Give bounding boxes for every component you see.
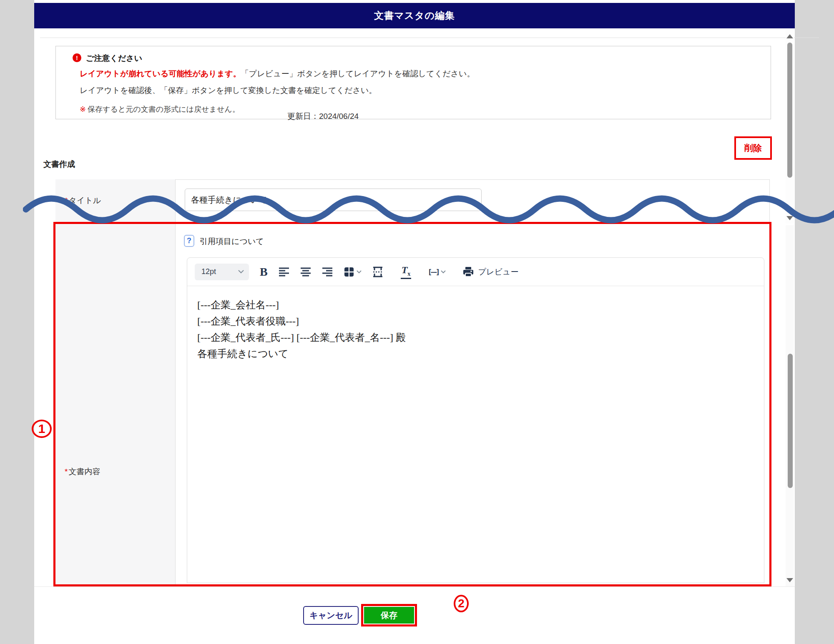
chevron-down-icon: [357, 270, 362, 274]
editor-line: [---企業_代表者_氏---] [---企業_代表者_名---] 殿: [197, 330, 754, 346]
kome-mark: ※: [80, 105, 86, 113]
editor-line: 各種手続きについて: [197, 346, 754, 362]
table-icon: [344, 267, 354, 277]
scroll-down-arrow[interactable]: [786, 578, 793, 582]
notice-warning-rest: 「プレビュー」ボタンを押してレイアウトを確認してください。: [241, 69, 475, 78]
editor-toolbar: 12pt B: [187, 258, 764, 286]
title-input[interactable]: [185, 189, 482, 211]
notice-title: ご注意ください: [86, 53, 142, 64]
editor-content-area[interactable]: [---企業_会社名---] [---企業_代表者役職---] [---企業_代…: [187, 286, 764, 373]
merge-tag-label: [---]: [429, 268, 438, 276]
notice-footnote: ※保存すると元の文書の形式には戻せません。: [80, 104, 240, 114]
notice-footnote-text: 保存すると元の文書の形式には戻せません。: [88, 105, 240, 113]
annotation-step-2: 2: [454, 595, 469, 612]
annotation-step-1: 1: [32, 420, 52, 438]
section-title-document-create: 文書作成: [43, 159, 75, 170]
chevron-down-icon: [441, 270, 446, 274]
updated-date: 更新日：2024/06/24: [287, 111, 359, 122]
quoted-items-help-label: 引用項目について: [200, 236, 264, 247]
form-row-divider: [55, 223, 770, 224]
caution-notice-box: ! ご注意ください レイアウトが崩れている可能性があります。「プレビュー」ボタン…: [55, 46, 771, 119]
clear-formatting-icon: Tx: [401, 264, 412, 279]
page-break-icon: [372, 266, 383, 278]
cancel-button[interactable]: キャンセル: [303, 606, 359, 625]
scroll-up-arrow[interactable]: [786, 34, 793, 38]
align-left-button[interactable]: [279, 267, 289, 277]
edit-document-master-dialog: 文書マスタの編集 ! ご注意ください レイアウトが崩れている可能性があります。「…: [34, 0, 795, 644]
form-label-column: [55, 179, 176, 586]
align-center-button[interactable]: [300, 267, 311, 277]
chevron-down-icon: [238, 270, 244, 274]
scroll-down-arrow[interactable]: [786, 216, 793, 220]
table-menu-button[interactable]: [344, 267, 362, 277]
required-mark: *: [65, 196, 68, 205]
align-right-button[interactable]: [322, 267, 333, 277]
notice-warning-bold: レイアウトが崩れている可能性があります。: [80, 69, 241, 78]
bold-icon: B: [260, 266, 268, 278]
page-break-button[interactable]: [372, 266, 383, 278]
title-field-label: *タイトル: [65, 195, 101, 206]
page-background: 文書マスタの編集 ! ご注意ください レイアウトが崩れている可能性があります。「…: [0, 0, 834, 644]
save-button[interactable]: 保存: [364, 607, 414, 624]
align-center-icon: [300, 267, 311, 277]
alert-icon: !: [73, 53, 81, 62]
notice-second-line: レイアウトを確認後、「保存」ボタンを押して変換した文書を確定してください。: [80, 85, 377, 96]
required-mark: *: [65, 467, 68, 476]
font-size-value: 12pt: [201, 267, 236, 276]
printer-icon: [462, 267, 474, 277]
notice-warning-line: レイアウトが崩れている可能性があります。「プレビュー」ボタンを押してレイアウトを…: [80, 68, 475, 79]
scrollbar-thumb-top[interactable]: [787, 43, 792, 178]
align-right-icon: [322, 267, 333, 277]
delete-button[interactable]: 削除: [734, 136, 772, 160]
help-icon[interactable]: ?: [184, 235, 194, 247]
bold-button[interactable]: B: [260, 266, 268, 278]
header-divider: [40, 38, 819, 38]
editor-line: [---企業_会社名---]: [197, 297, 754, 313]
footer-divider: [34, 586, 795, 587]
dialog-header: 文書マスタの編集: [34, 3, 795, 28]
preview-label: プレビュー: [478, 267, 519, 277]
scrollbar-thumb-bottom[interactable]: [788, 354, 793, 488]
editor-line: [---企業_代表者役職---]: [197, 313, 754, 330]
clear-formatting-button[interactable]: Tx: [401, 264, 412, 279]
align-left-icon: [279, 267, 289, 277]
save-button-annotation-box: 保存: [361, 604, 417, 626]
content-field-label: *文書内容: [65, 466, 100, 477]
rich-text-editor: 12pt B: [187, 257, 764, 583]
font-size-dropdown[interactable]: 12pt: [195, 264, 249, 280]
preview-button[interactable]: プレビュー: [462, 267, 519, 277]
merge-tag-dropdown[interactable]: [---]: [429, 268, 445, 276]
dialog-title: 文書マスタの編集: [34, 3, 795, 28]
